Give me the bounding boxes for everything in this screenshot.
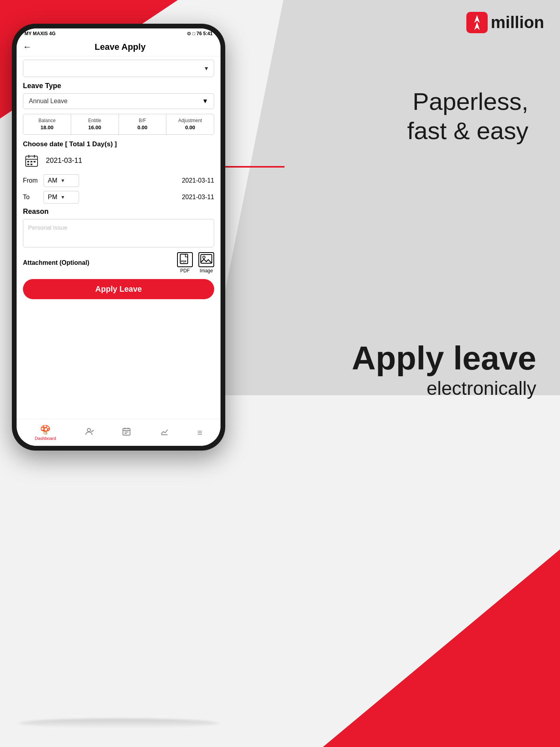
from-label: From — [23, 177, 40, 184]
balance-cell-bf: B/F 0.00 — [119, 114, 167, 134]
svg-text:PDF: PDF — [181, 260, 187, 263]
to-row: To PM ▼ 2021-03-11 — [23, 191, 214, 204]
svg-point-15 — [203, 256, 205, 258]
bf-value: 0.00 — [121, 124, 165, 131]
leave-type-value: Annual Leave — [29, 98, 68, 105]
attachment-buttons: PDF PDF — [177, 252, 214, 274]
image-label: Image — [200, 268, 213, 274]
choose-date-label: Choose date [ Total 1 Day(s) ] — [23, 140, 214, 148]
leave-type-arrow-icon: ▼ — [202, 98, 208, 105]
balance-value: 18.00 — [25, 124, 69, 131]
to-period-dropdown[interactable]: PM ▼ — [43, 191, 79, 204]
status-bar: MY MAXIS 4G ⊙ □ 76 5:41 — [17, 28, 221, 38]
pdf-attach-button[interactable]: PDF PDF — [177, 252, 193, 274]
leave-type-dropdown[interactable]: Annual Leave ▼ — [23, 93, 214, 109]
nav-dashboard[interactable]: 🍄 Dashboard — [35, 425, 56, 441]
page-title: Leave Apply — [38, 42, 202, 52]
dashboard-icon: 🍄 — [40, 425, 51, 435]
tagline-area-bottom: Apply leave electronically — [352, 340, 536, 401]
from-period-arrow-icon: ▼ — [60, 178, 65, 183]
reports-icon — [160, 427, 169, 439]
logo-area: million — [466, 12, 544, 33]
image-icon — [198, 252, 214, 267]
selected-date: 2021-03-11 — [46, 157, 82, 165]
balance-cell-entitle: Entitle 16.00 — [71, 114, 119, 134]
phone-frame: MY MAXIS 4G ⊙ □ 76 5:41 ← Leave Apply ▼ … — [12, 24, 225, 451]
from-period-dropdown[interactable]: AM ▼ — [43, 174, 79, 187]
attachment-row: Attachment (Optional) PDF PDF — [23, 252, 214, 274]
nav-dashboard-label: Dashboard — [35, 436, 56, 441]
menu-icon: ≡ — [197, 428, 202, 438]
tagline-line1: Paperless, — [407, 87, 528, 116]
date-picker-row[interactable]: 2021-03-11 — [23, 152, 214, 170]
pdf-label: PDF — [180, 268, 190, 274]
adjustment-value: 0.00 — [168, 124, 212, 131]
balance-cell-adjustment: Adjustment 0.00 — [166, 114, 214, 134]
entitle-value: 16.00 — [73, 124, 117, 131]
leave-icon — [122, 427, 131, 439]
svg-point-16 — [87, 428, 91, 432]
tagline-line2: fast & easy — [407, 116, 528, 145]
to-period-arrow-icon: ▼ — [60, 194, 65, 200]
dropdown-arrow-icon: ▼ — [204, 65, 209, 72]
svg-rect-9 — [34, 161, 36, 162]
bottom-nav: 🍄 Dashboard — [17, 419, 221, 446]
entitle-label: Entitle — [73, 117, 117, 124]
million-logo-icon — [466, 12, 488, 33]
svg-rect-8 — [30, 161, 32, 162]
from-period-value: AM — [48, 177, 57, 184]
to-period-value: PM — [48, 194, 57, 201]
nav-attendance[interactable] — [84, 427, 94, 439]
logo-text: million — [491, 13, 544, 32]
to-label: To — [23, 194, 40, 201]
carrier-text: MY MAXIS 4G — [25, 31, 55, 36]
tagline-area-top: Paperless, fast & easy — [407, 87, 528, 146]
adjustment-label: Adjustment — [168, 117, 212, 124]
balance-cell-balance: Balance 18.00 — [23, 114, 71, 134]
attendance-icon — [84, 427, 94, 439]
leave-type-label: Leave Type — [23, 82, 214, 90]
phone-screen: MY MAXIS 4G ⊙ □ 76 5:41 ← Leave Apply ▼ … — [17, 28, 221, 446]
pdf-icon: PDF — [177, 252, 193, 267]
svg-rect-11 — [30, 164, 32, 165]
from-row: From AM ▼ 2021-03-11 — [23, 174, 214, 187]
balance-table: Balance 18.00 Entitle 16.00 B/F 0.00 Adj… — [23, 114, 214, 135]
balance-label: Balance — [25, 117, 69, 124]
from-date-value: 2021-03-11 — [182, 177, 214, 184]
screen-content: ▼ Leave Type Annual Leave ▼ Balance 18.0… — [17, 57, 221, 436]
status-icons: ⊙ □ 76 5:41 — [187, 31, 213, 36]
reason-placeholder: Personal Issue — [28, 224, 67, 231]
phone-container: MY MAXIS 4G ⊙ □ 76 5:41 ← Leave Apply ▼ … — [12, 24, 233, 715]
nav-leave[interactable] — [122, 427, 131, 439]
tagline-line3: Apply leave — [352, 340, 536, 376]
reason-section-label: Reason — [23, 208, 214, 216]
app-header: ← Leave Apply — [17, 38, 221, 57]
tagline-line4: electronically — [352, 376, 536, 401]
svg-rect-7 — [27, 161, 29, 162]
svg-rect-10 — [27, 164, 29, 165]
attachment-label: Attachment (Optional) — [23, 259, 89, 266]
top-dropdown[interactable]: ▼ — [23, 60, 214, 77]
nav-reports[interactable] — [160, 427, 169, 439]
back-button[interactable]: ← — [23, 42, 32, 52]
nav-menu[interactable]: ≡ — [197, 428, 202, 438]
apply-leave-button[interactable]: Apply Leave — [23, 279, 214, 299]
to-date-value: 2021-03-11 — [182, 194, 214, 201]
reason-input-field[interactable]: Personal Issue — [23, 219, 214, 247]
phone-reflection — [20, 719, 217, 728]
image-attach-button[interactable]: Image — [198, 252, 214, 274]
bf-label: B/F — [121, 117, 165, 124]
calendar-icon — [23, 152, 40, 170]
